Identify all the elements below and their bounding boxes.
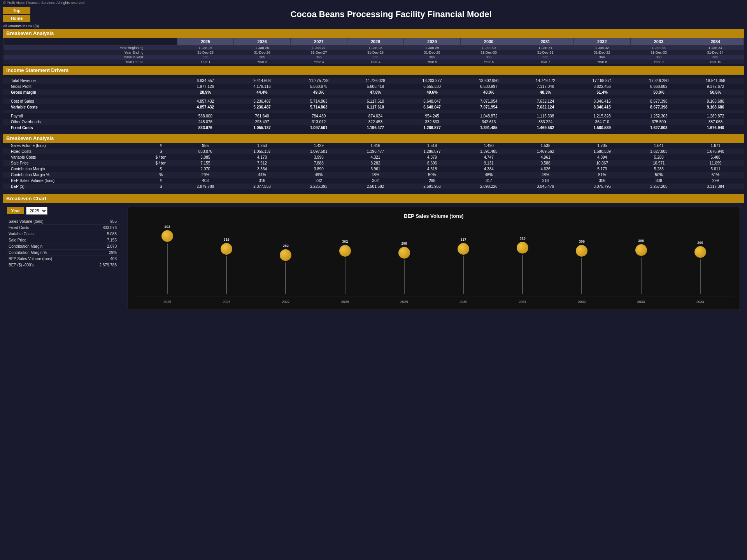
year-dropdown[interactable]: 20252026202720282029 2030203120322033203… [26,207,47,215]
bep-bar-2031: 318 [517,236,528,294]
year-2031-header: 2031 [517,38,574,46]
year-2034-header: 2034 [687,38,744,46]
sidebar-summary-table: Sales Volume (tons) 955 Fixed Costs 833.… [7,219,120,268]
sidebar-fixed-costs: Fixed Costs 833.076 [7,225,120,231]
gross-margin-row: Gross margin 28,9%44,4%49,3%47,8% 49,6%4… [3,89,744,95]
year-period-row: Year Period Year 1Year 2Year 3Year 4Year… [4,60,744,64]
other-overheads-row: Other Overheads 245.076293.497313.012322… [3,119,744,125]
bep-bar-2025: 403 [161,225,173,294]
bep-bar-2033: 308 [635,239,647,294]
income-drivers-header: Income Statement Drivers [3,66,744,75]
currency-note: All Amounts in USD ($) [0,23,747,29]
bep-tons-row: BEP Sales Volume (tons) # 403316282302 2… [3,178,744,184]
home-button[interactable]: Home [3,15,30,22]
bep-bar-2029: 298 [398,242,410,294]
contribution-margin-pct-row: Contribution Margin % % 29%44%49%48% 50%… [3,172,744,178]
year-2028-header: 2028 [347,38,404,46]
year-label: Year [7,207,24,214]
sidebar-contribution-margin-pct: Contribution Margin % 29% [7,250,120,256]
bep-dollar-row: BEP ($) $ 2.879.7882.377.5532.225.3932.5… [3,184,744,189]
breakeven-analysis-header: Breakeven Analysis [3,29,744,38]
bep-chart-area: BEP Sales Volume (tons) 403 316 282 302 … [128,207,740,310]
top-button[interactable]: Top [3,7,30,14]
sidebar-bep-dollar: BEP ($) -000's 2.879.788 [7,262,120,268]
variable-costs-row: Variable Costs 4.857.4325.236.4875.714.8… [3,104,744,110]
year-2026-header: 2026 [234,38,291,46]
bep-bar-2030: 317 [458,238,469,294]
fixed-costs-income-row: Fixed Costs 833.0761.055.1371.097.5011.1… [3,125,744,131]
contribution-margin-row: Contribution Margin $ 2.0703.3343.8903.9… [3,166,744,172]
bep-bar-chart: 403 316 282 302 298 317 318 306 308 299 [134,225,734,294]
bep-bar-2026: 316 [221,238,232,294]
bep-bar-2032: 306 [576,240,587,294]
year-2027-header: 2027 [291,38,347,46]
copyright-bar: © Profit Vision Financial Services. All … [0,0,747,5]
bep-bar-2034: 299 [694,241,706,294]
total-revenue-row: Total Revenue 6.834.5579.414.60311.275.7… [3,78,744,84]
sidebar-variable-costs: Variable Costs 5.085 [7,231,120,237]
breakeven-section-header: Breakeven Analysis [3,134,744,143]
year-2032-header: 2032 [574,38,631,46]
year-2030-header: 2030 [460,38,517,46]
year-beginning-row: Year Beginning 1-Jan-251-Jan-261-Jan-271… [4,46,744,51]
bep-bar-2028: 302 [339,240,351,294]
bep-fixed-costs-row: Fixed Costs $ 833.0761.055.1371.097.5011… [3,149,744,154]
days-in-year-row: Days in Year 365365365366365 36536536636… [4,55,744,60]
chart-sidebar: Year 20252026202720282029 20302031203220… [7,207,120,310]
sidebar-bep-sales-volume: BEP Sales Volume (tons) 403 [7,256,120,262]
sidebar-sales-volume: Sales Volume (tons) 955 [7,219,120,225]
year-ending-row: Year Ending 31-Dec-2531-Dec-2631-Dec-273… [4,50,744,55]
sidebar-sale-price: Sale Price 7.155 [7,237,120,243]
breakeven-chart-header: Breakeven Chart [3,194,744,203]
year-2025-header: 2025 [177,38,234,46]
cost-of-sales-row: Cost of Sales 4.857.4325.236.4875.714.86… [3,98,744,104]
bep-sales-volume-row: Sales Volume (tons) # 9551.2531.4291.416… [3,143,744,149]
page-title: Cocoa Beans Processing Facility Financia… [35,5,747,21]
copyright-text: © Profit Vision Financial Services. All … [0,0,747,5]
year-2029-header: 2029 [404,38,461,46]
bep-bar-2027: 282 [280,244,291,294]
chart-title: BEP Sales Volume (tons) [404,213,463,219]
payroll-row: Payroll 588.000761.640784.489874.024 954… [3,113,744,119]
sidebar-contribution-margin: Contribution Margin 2.070 [7,243,120,250]
bep-sale-price-row: Sale Price $ / ton 7.1557.5127.8888.282 … [3,160,744,166]
gross-profit-row: Gross Profit 1.977.1264.178.1165.560.875… [3,84,744,89]
bep-variable-costs-row: Variable Costs $ / ton 5.0854.1783.9984.… [3,154,744,160]
year-2033-header: 2033 [630,38,687,46]
